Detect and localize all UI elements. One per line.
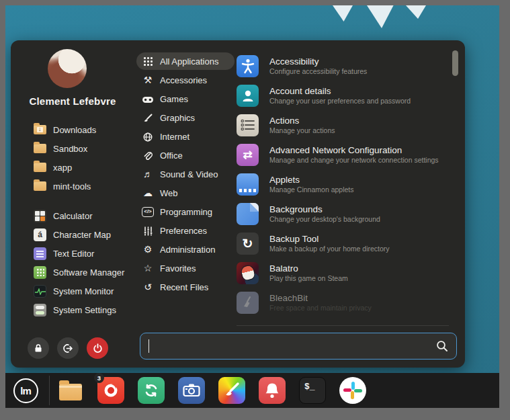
slack-launcher[interactable] — [339, 377, 366, 404]
code-icon: </> — [142, 207, 154, 217]
lock-icon — [34, 343, 43, 353]
drawing-launcher[interactable] — [218, 377, 245, 404]
app-balatro[interactable]: Balatro Play this game on Steam — [237, 259, 449, 286]
sidebar-item-software-manager[interactable]: Software Manager — [34, 263, 134, 281]
system-monitor-icon — [34, 285, 46, 298]
paperclip-icon — [142, 150, 154, 160]
calculator-icon — [34, 210, 46, 222]
desktop[interactable]: Clement Lefebvre Downloads Sandbox xapp … — [5, 5, 499, 408]
category-administration[interactable]: ⚙ Administration — [136, 241, 235, 258]
category-games[interactable]: Games — [136, 90, 235, 108]
files-launcher[interactable] — [57, 377, 84, 404]
wallpaper-mountain — [367, 5, 396, 28]
app-applets[interactable]: Applets Manage Cinnamon applets — [237, 171, 449, 198]
cinnamon-menu: Clement Lefebvre Downloads Sandbox xapp … — [11, 40, 465, 368]
notification-badge: 3 — [94, 373, 104, 383]
sidebar-item-system-settings[interactable]: System Settings — [34, 301, 134, 319]
sync-launcher[interactable] — [138, 377, 165, 404]
category-all-applications[interactable]: All Applications — [136, 52, 235, 70]
logout-button[interactable] — [57, 337, 79, 359]
sync-icon — [138, 377, 165, 404]
gear-icon: ⚙ — [142, 245, 154, 254]
category-favorites[interactable]: ☆ Favorites — [136, 259, 235, 277]
category-recent-files[interactable]: ↺ Recent Files — [136, 278, 235, 296]
terminal-launcher[interactable]: $_ — [299, 377, 326, 404]
user-icon — [237, 85, 259, 107]
bell-icon — [259, 377, 286, 404]
panel: lm 3 — [5, 373, 499, 408]
folder-icon — [59, 384, 82, 401]
screenshot-launcher[interactable] — [178, 377, 205, 404]
mint-logo-icon: lm — [13, 378, 38, 403]
list-divider — [237, 325, 449, 326]
app-advanced-network-configuration[interactable]: ⇄ Advanced Network Configuration Manage … — [237, 141, 449, 168]
camera-icon — [178, 377, 205, 404]
category-sound-video[interactable]: ♬ Sound & Video — [136, 165, 235, 183]
tools-icon: ⚒ — [142, 75, 154, 85]
sidebar-item-calculator[interactable]: Calculator — [34, 207, 134, 224]
power-icon — [93, 343, 103, 353]
downloads-folder-icon — [34, 125, 46, 134]
app-backgrounds[interactable]: Backgrounds Change your desktop's backgr… — [237, 200, 449, 227]
balatro-icon — [237, 262, 259, 284]
power-button[interactable] — [87, 337, 108, 359]
text-cursor — [148, 339, 149, 353]
list-icon — [237, 114, 259, 136]
firefox-launcher[interactable]: 3 — [97, 377, 124, 404]
user-avatar[interactable] — [48, 49, 87, 88]
category-preferences[interactable]: Preferences — [136, 222, 235, 239]
place-mint-tools[interactable]: mint-tools — [34, 177, 134, 195]
category-office[interactable]: Office — [136, 146, 235, 164]
category-graphics[interactable]: Graphics — [136, 109, 235, 126]
applets-icon — [237, 173, 259, 196]
app-bleachbit[interactable]: BleachBit Free space and maintain privac… — [237, 289, 449, 316]
search-icon — [436, 340, 448, 352]
folder-icon — [34, 181, 46, 191]
category-internet[interactable]: Internet — [136, 128, 235, 145]
panel-separator — [49, 376, 50, 405]
lock-button[interactable] — [28, 337, 49, 359]
menu-button[interactable]: lm — [12, 377, 39, 404]
system-settings-icon — [34, 304, 46, 317]
app-account-details[interactable]: Account details Change your user prefere… — [237, 82, 449, 109]
place-sandbox[interactable]: Sandbox — [34, 140, 134, 157]
recent-icon: ↺ — [142, 282, 154, 292]
wallpaper-mountain — [406, 5, 426, 19]
character-map-icon: á — [34, 228, 46, 241]
bleachbit-icon — [237, 292, 259, 314]
globe-icon — [142, 131, 154, 141]
screenshot-frame: Clement Lefebvre Downloads Sandbox xapp … — [0, 0, 510, 420]
scrollbar-thumb[interactable] — [452, 50, 458, 76]
slack-icon — [339, 377, 366, 404]
sidebar-item-system-monitor[interactable]: System Monitor — [34, 282, 134, 300]
cloud-icon: ☁ — [142, 188, 154, 198]
text-editor-icon — [34, 247, 46, 260]
sidebar-item-text-editor[interactable]: Text Editor — [34, 245, 134, 262]
category-web[interactable]: ☁ Web — [136, 184, 235, 202]
sidebar-item-character-map[interactable]: á Character Map — [34, 226, 134, 243]
app-accessibility[interactable]: Accessibility Configure accessibility fe… — [237, 52, 449, 79]
category-programming[interactable]: </> Programming — [136, 203, 235, 220]
wallpaper-icon — [237, 203, 259, 225]
paintbrush-icon — [218, 377, 245, 404]
backup-icon: ↻ — [237, 233, 259, 255]
app-actions[interactable]: Actions Manage your actions — [237, 112, 449, 138]
search-input[interactable] — [151, 341, 436, 351]
logout-icon — [63, 343, 73, 353]
media-icon: ♬ — [142, 169, 154, 179]
search-bar[interactable] — [140, 333, 457, 360]
network-arrows-icon: ⇄ — [237, 144, 259, 166]
app-backup-tool[interactable]: ↻ Backup Tool Make a backup of your home… — [237, 230, 449, 257]
place-xapp[interactable]: xapp — [34, 159, 134, 176]
wallpaper-mountain — [333, 5, 353, 22]
brush-icon — [142, 112, 154, 122]
category-accessories[interactable]: ⚒ Accessories — [136, 71, 235, 89]
place-downloads[interactable]: Downloads — [34, 121, 134, 138]
terminal-icon: $_ — [299, 377, 326, 404]
notifications-launcher[interactable] — [259, 377, 286, 404]
gamepad-icon — [142, 94, 154, 103]
user-name: Clement Lefebvre — [11, 95, 134, 107]
software-manager-icon — [34, 266, 46, 279]
sliders-icon — [142, 225, 154, 235]
folder-icon — [34, 144, 46, 153]
